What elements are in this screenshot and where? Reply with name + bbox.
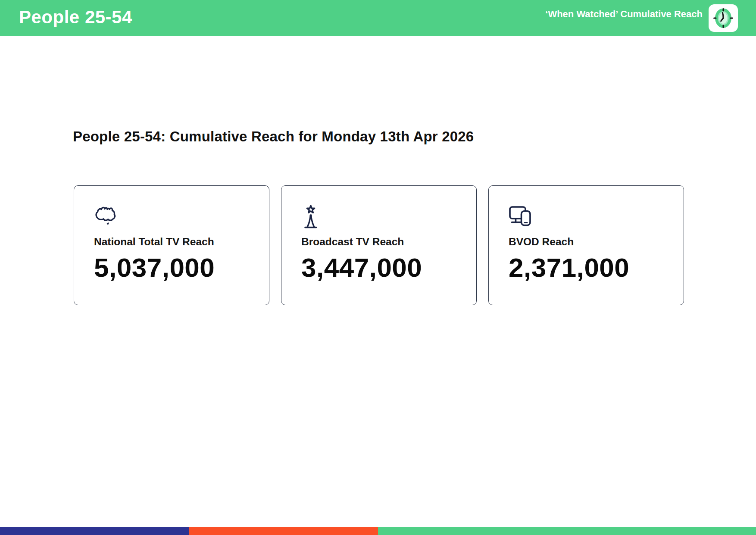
kpi-card-broadcast-tv: Broadcast TV Reach 3,447,000 — [281, 185, 477, 305]
kpi-card-national-total-tv: National Total TV Reach 5,037,000 — [74, 185, 269, 305]
header-bar: People 25-54 ‘When Watched’ Cumulative R… — [0, 0, 756, 36]
report-page: People 25-54 ‘When Watched’ Cumulative R… — [0, 0, 756, 535]
broadcast-tower-icon — [301, 205, 463, 230]
header-tagline: ‘When Watched’ Cumulative Reach — [545, 9, 703, 20]
kpi-value: 3,447,000 — [301, 254, 463, 281]
main-content: People 25-54: Cumulative Reach for Monda… — [0, 128, 756, 305]
clock-icon — [712, 7, 734, 29]
page-title: People 25-54 — [19, 8, 132, 28]
kpi-value: 2,371,000 — [509, 254, 671, 281]
app-logo — [709, 4, 738, 32]
kpi-label: Broadcast TV Reach — [301, 236, 463, 248]
footer-segment-orange — [189, 527, 378, 535]
header-right-group: ‘When Watched’ Cumulative Reach — [545, 4, 738, 32]
footer-segment-green — [378, 527, 756, 535]
kpi-value: 5,037,000 — [94, 254, 256, 281]
kpi-label: National Total TV Reach — [94, 236, 256, 248]
kpi-label: BVOD Reach — [509, 236, 671, 248]
report-heading: People 25-54: Cumulative Reach for Monda… — [73, 128, 684, 145]
footer-segment-blue — [0, 527, 189, 535]
kpi-card-bvod: BVOD Reach 2,371,000 — [488, 185, 684, 305]
footer-color-bar — [0, 527, 756, 535]
screens-devices-icon — [509, 205, 671, 230]
australia-map-icon — [94, 205, 256, 230]
kpi-cards-row: National Total TV Reach 5,037,000 Broadc… — [74, 185, 684, 305]
